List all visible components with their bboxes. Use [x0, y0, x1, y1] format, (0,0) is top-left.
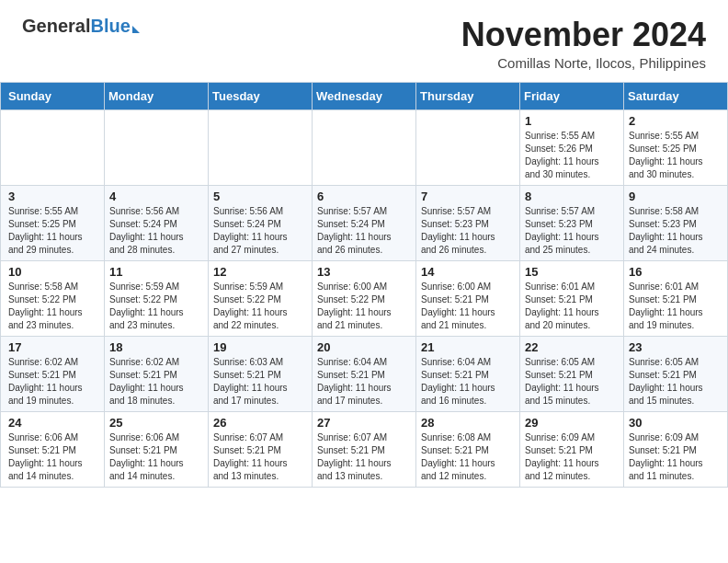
calendar-day-cell: 22Sunrise: 6:05 AM Sunset: 5:21 PM Dayli…	[520, 336, 624, 411]
day-number: 25	[109, 416, 203, 430]
days-header-row: SundayMondayTuesdayWednesdayThursdayFrid…	[1, 82, 728, 109]
calendar-day-cell: 7Sunrise: 5:57 AM Sunset: 5:23 PM Daylig…	[416, 185, 520, 260]
day-detail-text: Sunrise: 6:09 AM Sunset: 5:21 PM Dayligh…	[525, 431, 619, 483]
logo-blue-text: Blue	[90, 17, 130, 35]
calendar-day-cell: 21Sunrise: 6:04 AM Sunset: 5:21 PM Dayli…	[416, 336, 520, 411]
calendar-table: SundayMondayTuesdayWednesdayThursdayFrid…	[0, 82, 728, 488]
day-number: 7	[421, 190, 515, 203]
day-detail-text: Sunrise: 5:55 AM Sunset: 5:26 PM Dayligh…	[525, 130, 619, 181]
day-number: 11	[109, 265, 203, 279]
calendar-day-cell: 8Sunrise: 5:57 AM Sunset: 5:23 PM Daylig…	[520, 185, 624, 260]
day-number: 23	[629, 340, 722, 354]
day-detail-text: Sunrise: 5:58 AM Sunset: 5:22 PM Dayligh…	[8, 281, 99, 332]
day-number: 4	[109, 190, 203, 203]
day-detail-text: Sunrise: 5:56 AM Sunset: 5:24 PM Dayligh…	[213, 205, 307, 257]
day-detail-text: Sunrise: 5:58 AM Sunset: 5:23 PM Dayligh…	[629, 205, 722, 257]
calendar-day-cell: 25Sunrise: 6:06 AM Sunset: 5:21 PM Dayli…	[105, 411, 209, 487]
calendar-day-cell: 18Sunrise: 6:02 AM Sunset: 5:21 PM Dayli…	[105, 336, 209, 411]
calendar-day-cell: 20Sunrise: 6:04 AM Sunset: 5:21 PM Dayli…	[313, 336, 416, 411]
calendar-day-cell: 13Sunrise: 6:00 AM Sunset: 5:22 PM Dayli…	[313, 260, 416, 336]
calendar-day-cell	[313, 109, 416, 185]
day-detail-text: Sunrise: 6:05 AM Sunset: 5:21 PM Dayligh…	[525, 356, 619, 408]
day-number: 8	[525, 190, 619, 203]
calendar-day-cell: 16Sunrise: 6:01 AM Sunset: 5:21 PM Dayli…	[624, 260, 728, 336]
day-of-week-header: Saturday	[624, 82, 728, 109]
day-of-week-header: Friday	[520, 82, 624, 109]
calendar-day-cell: 27Sunrise: 6:07 AM Sunset: 5:21 PM Dayli…	[313, 411, 416, 487]
day-number: 24	[8, 416, 99, 430]
calendar-week-row: 24Sunrise: 6:06 AM Sunset: 5:21 PM Dayli…	[1, 411, 728, 487]
day-detail-text: Sunrise: 6:02 AM Sunset: 5:21 PM Dayligh…	[8, 356, 99, 408]
day-number: 29	[525, 416, 619, 430]
day-number: 17	[8, 340, 99, 354]
day-detail-text: Sunrise: 6:00 AM Sunset: 5:21 PM Dayligh…	[421, 281, 515, 332]
calendar-day-cell: 10Sunrise: 5:58 AM Sunset: 5:22 PM Dayli…	[1, 260, 105, 336]
day-detail-text: Sunrise: 5:55 AM Sunset: 5:25 PM Dayligh…	[8, 205, 99, 257]
day-detail-text: Sunrise: 6:01 AM Sunset: 5:21 PM Dayligh…	[629, 281, 722, 332]
day-detail-text: Sunrise: 6:07 AM Sunset: 5:21 PM Dayligh…	[213, 431, 307, 483]
day-number: 9	[629, 190, 722, 203]
day-detail-text: Sunrise: 5:59 AM Sunset: 5:22 PM Dayligh…	[109, 281, 203, 332]
day-detail-text: Sunrise: 6:00 AM Sunset: 5:22 PM Dayligh…	[317, 281, 411, 332]
day-detail-text: Sunrise: 5:57 AM Sunset: 5:24 PM Dayligh…	[317, 205, 411, 257]
day-number: 27	[317, 416, 411, 430]
day-of-week-header: Thursday	[416, 82, 520, 109]
location-subtitle: Comillas Norte, Ilocos, Philippines	[461, 55, 706, 71]
calendar-body: 1Sunrise: 5:55 AM Sunset: 5:26 PM Daylig…	[1, 109, 728, 487]
day-detail-text: Sunrise: 5:56 AM Sunset: 5:24 PM Dayligh…	[109, 205, 203, 257]
day-detail-text: Sunrise: 6:02 AM Sunset: 5:21 PM Dayligh…	[109, 356, 203, 408]
calendar-day-cell: 29Sunrise: 6:09 AM Sunset: 5:21 PM Dayli…	[520, 411, 624, 487]
day-detail-text: Sunrise: 6:03 AM Sunset: 5:21 PM Dayligh…	[213, 356, 307, 408]
day-detail-text: Sunrise: 5:55 AM Sunset: 5:25 PM Dayligh…	[629, 130, 722, 181]
calendar-week-row: 1Sunrise: 5:55 AM Sunset: 5:26 PM Daylig…	[1, 109, 728, 185]
day-of-week-header: Sunday	[1, 82, 105, 109]
day-number: 15	[525, 265, 619, 279]
day-detail-text: Sunrise: 6:06 AM Sunset: 5:21 PM Dayligh…	[109, 431, 203, 483]
calendar-day-cell	[1, 109, 105, 185]
calendar-day-cell: 14Sunrise: 6:00 AM Sunset: 5:21 PM Dayli…	[416, 260, 520, 336]
calendar-day-cell: 28Sunrise: 6:08 AM Sunset: 5:21 PM Dayli…	[416, 411, 520, 487]
day-detail-text: Sunrise: 6:06 AM Sunset: 5:21 PM Dayligh…	[8, 431, 99, 483]
day-number: 12	[213, 265, 307, 279]
day-detail-text: Sunrise: 6:01 AM Sunset: 5:21 PM Dayligh…	[525, 281, 619, 332]
day-detail-text: Sunrise: 6:05 AM Sunset: 5:21 PM Dayligh…	[629, 356, 722, 408]
day-of-week-header: Tuesday	[209, 82, 313, 109]
day-detail-text: Sunrise: 6:07 AM Sunset: 5:21 PM Dayligh…	[317, 431, 411, 483]
day-number: 18	[109, 340, 203, 354]
calendar-day-cell: 9Sunrise: 5:58 AM Sunset: 5:23 PM Daylig…	[624, 185, 728, 260]
calendar-day-cell	[209, 109, 313, 185]
day-detail-text: Sunrise: 5:59 AM Sunset: 5:22 PM Dayligh…	[213, 281, 307, 332]
calendar-day-cell: 26Sunrise: 6:07 AM Sunset: 5:21 PM Dayli…	[209, 411, 313, 487]
day-number: 26	[213, 416, 307, 430]
day-of-week-header: Wednesday	[313, 82, 416, 109]
day-number: 5	[213, 190, 307, 203]
calendar-week-row: 10Sunrise: 5:58 AM Sunset: 5:22 PM Dayli…	[1, 260, 728, 336]
calendar-day-cell: 1Sunrise: 5:55 AM Sunset: 5:26 PM Daylig…	[520, 109, 624, 185]
day-number: 3	[8, 190, 99, 203]
calendar-week-row: 3Sunrise: 5:55 AM Sunset: 5:25 PM Daylig…	[1, 185, 728, 260]
calendar-day-cell: 15Sunrise: 6:01 AM Sunset: 5:21 PM Dayli…	[520, 260, 624, 336]
day-number: 13	[317, 265, 411, 279]
day-detail-text: Sunrise: 6:08 AM Sunset: 5:21 PM Dayligh…	[421, 431, 515, 483]
day-number: 20	[317, 340, 411, 354]
day-number: 21	[421, 340, 515, 354]
day-number: 22	[525, 340, 619, 354]
day-number: 10	[8, 265, 99, 279]
day-detail-text: Sunrise: 6:04 AM Sunset: 5:21 PM Dayligh…	[317, 356, 411, 408]
day-of-week-header: Monday	[105, 82, 209, 109]
day-number: 14	[421, 265, 515, 279]
calendar-day-cell: 23Sunrise: 6:05 AM Sunset: 5:21 PM Dayli…	[624, 336, 728, 411]
day-detail-text: Sunrise: 6:09 AM Sunset: 5:21 PM Dayligh…	[629, 431, 722, 483]
calendar-day-cell: 4Sunrise: 5:56 AM Sunset: 5:24 PM Daylig…	[105, 185, 209, 260]
day-number: 1	[525, 114, 619, 128]
calendar-day-cell: 5Sunrise: 5:56 AM Sunset: 5:24 PM Daylig…	[209, 185, 313, 260]
month-year-title: November 2024	[461, 17, 706, 53]
day-detail-text: Sunrise: 6:04 AM Sunset: 5:21 PM Dayligh…	[421, 356, 515, 408]
calendar-day-cell: 3Sunrise: 5:55 AM Sunset: 5:25 PM Daylig…	[1, 185, 105, 260]
day-number: 28	[421, 416, 515, 430]
calendar-day-cell: 2Sunrise: 5:55 AM Sunset: 5:25 PM Daylig…	[624, 109, 728, 185]
logo-triangle-icon	[132, 26, 140, 33]
calendar-day-cell: 11Sunrise: 5:59 AM Sunset: 5:22 PM Dayli…	[105, 260, 209, 336]
day-number: 2	[629, 114, 722, 128]
calendar-header: SundayMondayTuesdayWednesdayThursdayFrid…	[1, 82, 728, 109]
